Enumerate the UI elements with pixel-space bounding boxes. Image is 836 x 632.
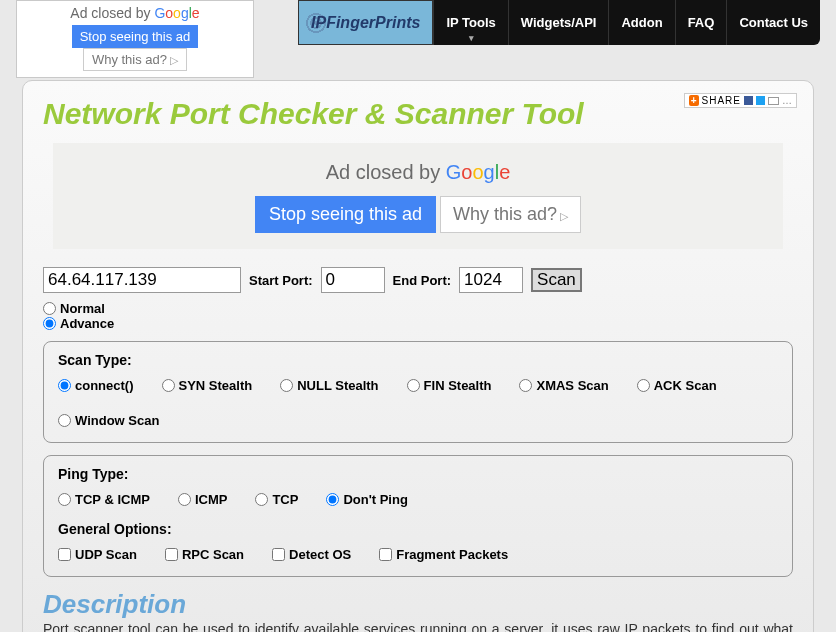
ping-type-tcp[interactable]: TCP [255, 492, 298, 507]
ping-type-label: TCP [272, 492, 298, 507]
ping-type-icmp[interactable]: ICMP [178, 492, 228, 507]
mode-normal-label: Normal [60, 301, 105, 316]
start-port-input[interactable] [321, 267, 385, 293]
general-label: UDP Scan [75, 547, 137, 562]
facebook-icon [744, 96, 753, 105]
end-port-input[interactable] [459, 267, 523, 293]
start-port-label: Start Port: [249, 273, 313, 288]
mode-advance[interactable]: Advance [43, 316, 783, 331]
nav-addon[interactable]: Addon [608, 0, 674, 45]
scan-type-syn-stealth[interactable]: SYN Stealth [162, 378, 253, 393]
site-logo[interactable]: IPFingerPrints [298, 0, 433, 45]
general-checkbox[interactable] [165, 548, 178, 561]
scan-type-connect-[interactable]: connect() [58, 378, 134, 393]
inner-why-this-ad-button[interactable]: Why this ad? [440, 196, 581, 233]
general-checkbox[interactable] [379, 548, 392, 561]
scan-type-radio[interactable] [162, 379, 175, 392]
scan-type-radio[interactable] [58, 414, 71, 427]
inner-ad-closed-label: Ad closed by Google [326, 159, 511, 188]
email-icon [768, 97, 779, 105]
ping-type-options: TCP & ICMP ICMP TCP Don't Ping [58, 492, 778, 507]
scan-type-fin-stealth[interactable]: FIN Stealth [407, 378, 492, 393]
description-heading: Description [43, 589, 793, 620]
ping-type-don-t-ping[interactable]: Don't Ping [326, 492, 407, 507]
scan-type-ack-scan[interactable]: ACK Scan [637, 378, 717, 393]
main-card: Network Port Checker & Scanner Tool + SH… [22, 80, 814, 632]
scan-type-group: Scan Type: connect() SYN Stealth NULL St… [43, 341, 793, 443]
ping-type-radio[interactable] [178, 493, 191, 506]
general-udp-scan[interactable]: UDP Scan [58, 547, 137, 562]
google-logo-text: Google [154, 5, 199, 21]
general-label: Detect OS [289, 547, 351, 562]
mode-normal-radio[interactable] [43, 302, 56, 315]
end-port-label: End Port: [393, 273, 452, 288]
why-this-ad-button[interactable]: Why this ad? [83, 48, 187, 71]
scan-type-title: Scan Type: [58, 352, 778, 368]
top-ad-panel: Ad closed by Google Stop seeing this ad … [16, 0, 254, 78]
ping-type-title: Ping Type: [58, 466, 778, 482]
scan-type-radio[interactable] [407, 379, 420, 392]
scan-type-null-stealth[interactable]: NULL Stealth [280, 378, 378, 393]
ping-type-label: ICMP [195, 492, 228, 507]
scan-type-radio[interactable] [637, 379, 650, 392]
twitter-icon [756, 96, 765, 105]
share-badge[interactable]: + SHARE … [684, 93, 797, 108]
ping-type-tcp-icmp[interactable]: TCP & ICMP [58, 492, 150, 507]
ip-input[interactable] [43, 267, 241, 293]
ping-type-radio[interactable] [58, 493, 71, 506]
share-more-icon: … [782, 95, 792, 106]
inner-ad-panel: Ad closed by Google Stop seeing this ad … [53, 143, 783, 249]
scan-type-label: XMAS Scan [536, 378, 608, 393]
main-navbar: IPFingerPrints IP Tools Widgets/API Addo… [298, 0, 820, 45]
nav-widgets-api[interactable]: Widgets/API [508, 0, 609, 45]
general-label: Fragment Packets [396, 547, 508, 562]
ad-closed-prefix: Ad closed by [70, 5, 154, 21]
mode-normal[interactable]: Normal [43, 301, 783, 316]
scan-type-options: connect() SYN Stealth NULL Stealth FIN S… [58, 378, 778, 428]
ad-closed-label: Ad closed by Google [70, 3, 199, 25]
scan-type-label: FIN Stealth [424, 378, 492, 393]
general-options: UDP Scan RPC Scan Detect OS Fragment Pac… [58, 547, 778, 562]
general-detect-os[interactable]: Detect OS [272, 547, 351, 562]
ping-type-radio[interactable] [255, 493, 268, 506]
share-label: SHARE [702, 95, 741, 106]
mode-advance-label: Advance [60, 316, 114, 331]
scan-type-xmas-scan[interactable]: XMAS Scan [519, 378, 608, 393]
general-checkbox[interactable] [58, 548, 71, 561]
scan-type-radio[interactable] [58, 379, 71, 392]
scan-form-row: Start Port: End Port: Scan [43, 267, 793, 293]
scan-type-label: ACK Scan [654, 378, 717, 393]
ping-type-label: Don't Ping [343, 492, 407, 507]
scan-type-label: NULL Stealth [297, 378, 378, 393]
scan-button[interactable]: Scan [531, 268, 582, 292]
scan-type-label: SYN Stealth [179, 378, 253, 393]
ping-type-label: TCP & ICMP [75, 492, 150, 507]
general-rpc-scan[interactable]: RPC Scan [165, 547, 244, 562]
general-options-title: General Options: [58, 521, 778, 537]
nav-ip-tools[interactable]: IP Tools [433, 0, 507, 45]
ping-general-group: Ping Type: TCP & ICMP ICMP TCP Don't Pin… [43, 455, 793, 577]
stop-seeing-ad-button[interactable]: Stop seeing this ad [72, 25, 199, 48]
page-title: Network Port Checker & Scanner Tool [43, 97, 793, 131]
inner-stop-seeing-ad-button[interactable]: Stop seeing this ad [255, 196, 436, 233]
scan-type-label: connect() [75, 378, 134, 393]
inner-ad-closed-prefix: Ad closed by [326, 161, 446, 183]
scan-type-label: Window Scan [75, 413, 159, 428]
mode-row: Normal Advance [43, 301, 793, 331]
description-text: Port scanner tool can be used to identif… [43, 620, 793, 632]
general-label: RPC Scan [182, 547, 244, 562]
ping-type-radio[interactable] [326, 493, 339, 506]
scan-type-radio[interactable] [280, 379, 293, 392]
nav-faq[interactable]: FAQ [675, 0, 727, 45]
mode-advance-radio[interactable] [43, 317, 56, 330]
scan-type-radio[interactable] [519, 379, 532, 392]
inner-google-logo-text: Google [446, 161, 511, 183]
scan-type-window-scan[interactable]: Window Scan [58, 413, 159, 428]
share-plus-icon: + [689, 95, 699, 106]
general-checkbox[interactable] [272, 548, 285, 561]
general-fragment-packets[interactable]: Fragment Packets [379, 547, 508, 562]
nav-contact-us[interactable]: Contact Us [726, 0, 820, 45]
